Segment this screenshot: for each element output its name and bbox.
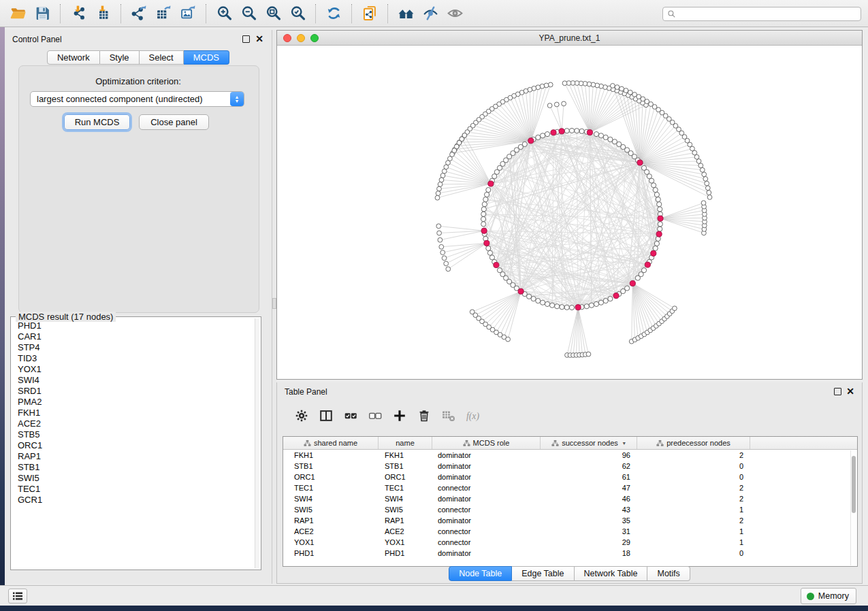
tab-mcds[interactable]: MCDS	[184, 50, 229, 65]
export-image-button[interactable]	[176, 3, 199, 24]
table-row[interactable]: TEC1TEC1connector472	[283, 482, 857, 493]
mcds-result-list[interactable]: PHD1CAR1STP4TID3YOX1SWI4SRD1PMA2FKH1ACE2…	[13, 319, 254, 567]
mcds-result-item[interactable]: STP4	[18, 342, 254, 353]
mcds-result-item[interactable]: TEC1	[18, 484, 254, 495]
cell-name: STB1	[379, 462, 432, 470]
refresh-button[interactable]	[322, 3, 345, 24]
mcds-result-item[interactable]: STB5	[18, 429, 254, 440]
zoom-fit-button[interactable]	[261, 3, 285, 24]
zoom-selected-button[interactable]	[286, 3, 309, 24]
ui-settings-button[interactable]	[8, 589, 27, 604]
tab-network[interactable]: Network	[47, 50, 100, 65]
table-panel-title: Table Panel	[285, 387, 327, 397]
table-row[interactable]: ORC1ORC1dominator610	[283, 472, 857, 482]
table-row[interactable]: STB1STB1dominator620	[283, 461, 857, 472]
float-panel-icon[interactable]	[242, 35, 250, 43]
mcds-result-item[interactable]: FKH1	[18, 408, 254, 418]
tab-network-table[interactable]: Network Table	[575, 566, 648, 581]
new-network-from-selection-button[interactable]	[358, 3, 381, 24]
mcds-result-item[interactable]: YOX1	[18, 364, 254, 375]
memory-button[interactable]: Memory	[801, 588, 856, 604]
add-column-button[interactable]	[387, 406, 412, 426]
mcds-result-item[interactable]: RAP1	[18, 451, 254, 462]
network-graph[interactable]	[277, 46, 862, 379]
cell-shared_name: FKH1	[283, 451, 379, 459]
tab-motifs[interactable]: Motifs	[647, 566, 690, 581]
first-neighbors-button[interactable]	[394, 3, 417, 24]
show-column-panel-button[interactable]	[314, 406, 338, 426]
import-table-button[interactable]	[91, 3, 114, 24]
table-row[interactable]: YOX1YOX1connector291	[283, 537, 857, 548]
select-all-columns-button[interactable]	[338, 406, 363, 426]
zoom-in-button[interactable]	[212, 3, 236, 24]
column-header-shared-name[interactable]: shared name	[283, 437, 379, 449]
cell-predecessor_nodes: 2	[637, 484, 750, 492]
cell-successor_nodes: 47	[541, 484, 637, 492]
close-panel-icon[interactable]: ✕	[255, 33, 263, 45]
table-row[interactable]: ACE2ACE2connector311	[283, 526, 857, 537]
mcds-result-group: MCDS result (17 nodes) PHD1CAR1STP4TID3Y…	[10, 316, 261, 570]
mcds-result-item[interactable]: ACE2	[18, 418, 254, 429]
search-box[interactable]	[662, 7, 861, 21]
table-row[interactable]: SWI5SWI5connector431	[283, 504, 857, 515]
tab-style[interactable]: Style	[100, 50, 140, 65]
toolbar-separator	[60, 4, 61, 23]
cell-name: YOX1	[379, 538, 432, 546]
table-panel-titlebar: Table Panel ✕	[277, 382, 862, 400]
export-network-button[interactable]	[127, 3, 150, 24]
mcds-result-item[interactable]: SRD1	[18, 386, 254, 397]
gear-button[interactable]	[289, 406, 314, 426]
tab-edge-table[interactable]: Edge Table	[512, 566, 574, 581]
table-row[interactable]: FKH1FKH1dominator962	[283, 450, 857, 461]
hide-selected-button[interactable]	[419, 3, 442, 24]
tab-select[interactable]: Select	[140, 50, 184, 65]
zoom-selected-icon	[289, 5, 306, 22]
toolbar-separator	[206, 4, 206, 23]
run-mcds-button[interactable]: Run MCDS	[64, 114, 130, 130]
export-table-button[interactable]	[152, 3, 175, 24]
column-header-successor-nodes[interactable]: successor nodes▾	[541, 437, 637, 449]
close-table-panel-icon[interactable]: ✕	[846, 385, 854, 397]
mcds-result-item[interactable]: ORC1	[18, 440, 254, 451]
column-header-MCDS-role[interactable]: MCDS role	[432, 437, 541, 449]
mcds-result-item[interactable]: PMA2	[18, 397, 254, 408]
cell-name: SWI4	[379, 495, 432, 503]
deselect-all-columns-button[interactable]	[363, 406, 387, 426]
table-scrollbar[interactable]	[850, 450, 856, 565]
mcds-result-item[interactable]: SWI4	[18, 375, 254, 386]
mcds-result-item[interactable]: GCR1	[18, 495, 254, 506]
import-network-button[interactable]	[67, 3, 90, 24]
save-session-button[interactable]	[31, 3, 54, 24]
cell-shared_name: PHD1	[283, 549, 379, 557]
network-window-titlebar[interactable]: YPA_prune.txt_1	[277, 31, 862, 46]
mcds-result-item[interactable]: STB1	[18, 462, 254, 473]
table-row[interactable]: PHD1PHD1dominator180	[283, 548, 857, 559]
sort-descending-icon: ▾	[623, 440, 626, 446]
close-panel-button[interactable]: Close panel	[139, 114, 209, 130]
mcds-result-item[interactable]: CAR1	[18, 331, 254, 342]
criterion-select[interactable]: largest connected component (undirected)…	[30, 91, 244, 107]
open-session-button[interactable]	[6, 3, 29, 24]
mcds-result-item[interactable]: TID3	[18, 353, 254, 364]
zoom-out-button[interactable]	[237, 3, 260, 24]
column-header-predecessor-nodes[interactable]: predecessor nodes	[637, 437, 750, 449]
mcds-result-item[interactable]: PHD1	[18, 320, 254, 331]
column-type-icon	[551, 440, 559, 447]
delete-column-button[interactable]	[412, 406, 436, 426]
table-row[interactable]: SWI4SWI4dominator462	[283, 493, 857, 504]
mcds-result-item[interactable]: SWI5	[18, 473, 254, 484]
column-header-name[interactable]: name	[379, 437, 432, 449]
tab-node-table[interactable]: Node Table	[449, 566, 512, 581]
show-all-button[interactable]	[443, 3, 466, 24]
column-type-icon	[656, 440, 664, 447]
table-row[interactable]: RAP1RAP1dominator352	[283, 515, 857, 526]
cell-mcds_role: connector	[432, 484, 541, 492]
cell-predecessor_nodes: 0	[637, 462, 750, 470]
table-scrollbar-thumb[interactable]	[852, 456, 856, 513]
network-canvas[interactable]	[277, 46, 862, 379]
float-table-panel-icon[interactable]	[834, 388, 841, 395]
zoom-out-icon	[240, 5, 257, 22]
search-input[interactable]	[679, 10, 856, 19]
mcds-list-scrollbar[interactable]	[255, 318, 259, 568]
save-session-icon	[34, 5, 51, 22]
